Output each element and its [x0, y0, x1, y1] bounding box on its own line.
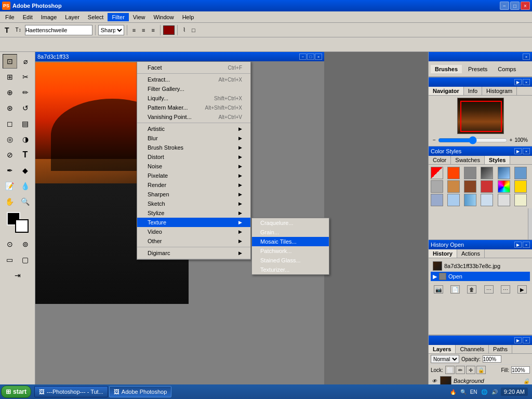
styles-scrollbar[interactable] — [528, 208, 532, 240]
navigator-options[interactable]: ▶ — [514, 79, 522, 85]
style-item[interactable] — [481, 180, 493, 193]
tab-info[interactable]: Info — [464, 87, 482, 95]
tool-select-rect[interactable]: ⊡ — [3, 54, 17, 69]
tool-mode-standard[interactable]: ⊙ — [3, 237, 17, 251]
search-icon[interactable]: 🔍 — [459, 388, 468, 396]
filter-sketch[interactable]: Sketch ▶ — [137, 199, 250, 208]
filter-distort[interactable]: Distort ▶ — [137, 152, 250, 162]
taskbar-item-photoshop-tut[interactable]: 🖼 ---Photoshop--- - Tut... — [34, 386, 108, 397]
tool-eraser[interactable]: ◻ — [3, 116, 17, 131]
tab-color[interactable]: Color — [429, 156, 451, 164]
jump-to-imageready[interactable]: ⇥ — [10, 268, 25, 283]
navigator-close[interactable]: × — [523, 79, 530, 85]
zoom-plus-icon[interactable]: + — [510, 137, 513, 143]
tab-brushes[interactable]: Brushes — [431, 65, 462, 73]
texture-mosaic-tiles[interactable]: Mosaic Tiles... — [252, 237, 329, 246]
tool-gradient[interactable]: ▤ — [18, 116, 33, 131]
history-btn-options[interactable]: ▶ — [517, 285, 527, 294]
tab-histogram[interactable]: Histogram — [482, 87, 517, 95]
style-item[interactable] — [447, 194, 460, 206]
style-item[interactable] — [464, 194, 476, 206]
style-item[interactable] — [447, 167, 460, 179]
history-btn-new[interactable]: 📄 — [450, 285, 460, 294]
texture-grain[interactable]: Grain... — [252, 228, 329, 237]
filter-liquify[interactable]: Liquify... Shift+Ctrl+X — [137, 94, 250, 103]
menu-image[interactable]: Image — [37, 13, 61, 21]
align-center-button[interactable]: ≡ — [139, 25, 148, 35]
filter-other[interactable]: Other ▶ — [137, 236, 250, 246]
tab-channels[interactable]: Channels — [456, 345, 488, 353]
network-icon[interactable]: 🌐 — [480, 388, 488, 396]
style-item[interactable] — [498, 167, 510, 179]
menu-filter[interactable]: Filter — [108, 13, 128, 21]
tool-stamp[interactable]: ⊛ — [3, 101, 17, 115]
volume-icon[interactable]: 🔊 — [490, 388, 499, 396]
tool-blur[interactable]: ◎ — [3, 132, 17, 147]
tool-shape[interactable]: ◆ — [18, 163, 33, 178]
tool-notes[interactable]: 📝 — [3, 179, 17, 193]
tab-paths[interactable]: Paths — [489, 345, 512, 353]
tab-actions[interactable]: Actions — [457, 249, 485, 258]
texture-patchwork[interactable]: Patchwork... — [252, 246, 329, 256]
tool-slice[interactable]: ✂ — [18, 70, 33, 84]
start-button[interactable]: ⊞ start — [1, 385, 31, 398]
history-btn-extra2[interactable]: ⋯ — [501, 285, 510, 294]
text-mode-button[interactable]: T↕ — [13, 25, 24, 34]
zoom-slider[interactable] — [438, 138, 508, 142]
style-item[interactable] — [481, 194, 493, 206]
style-item[interactable] — [447, 180, 460, 193]
tool-brush[interactable]: ✏ — [18, 85, 33, 100]
opacity-input[interactable] — [483, 355, 501, 363]
menu-layer[interactable]: Layer — [61, 13, 84, 21]
style-item[interactable] — [464, 167, 476, 179]
style-item[interactable] — [431, 194, 443, 206]
filter-digimarc[interactable]: Digimarc ▶ — [137, 248, 250, 258]
filter-artistic[interactable]: Artistic ▶ — [137, 124, 250, 134]
history-close[interactable]: × — [523, 242, 530, 248]
menu-view[interactable]: View — [129, 13, 150, 21]
layers-close[interactable]: × — [523, 337, 530, 343]
style-item[interactable] — [498, 194, 510, 206]
tool-mode-quick[interactable]: ⊚ — [18, 237, 33, 251]
options-button[interactable]: □ — [189, 25, 198, 35]
filter-gallery[interactable]: Filter Gallery... — [137, 84, 250, 94]
filter-pixelate[interactable]: Pixelate ▶ — [137, 171, 250, 180]
tool-eyedropper[interactable]: 💧 — [18, 179, 33, 193]
tab-layers[interactable]: Layers — [429, 345, 456, 353]
filter-texture[interactable]: Texture ▶ Craquelure... Grain... Mosaic … — [137, 218, 250, 227]
filter-video[interactable]: Video ▶ — [137, 227, 250, 236]
tool-path[interactable]: ⊘ — [3, 148, 17, 162]
style-item[interactable] — [514, 180, 527, 193]
tool-hand[interactable]: ✋ — [3, 194, 17, 209]
canvas-minimize[interactable]: − — [299, 54, 307, 60]
brushes-panel-close[interactable]: × — [523, 54, 530, 60]
style-item[interactable] — [481, 167, 493, 179]
lock-transparency[interactable]: ⬜ — [445, 366, 455, 374]
tool-crop[interactable]: ⊞ — [3, 70, 17, 84]
history-options[interactable]: ▶ — [514, 242, 522, 248]
minimize-button[interactable]: − — [500, 2, 509, 10]
tool-screen-mode[interactable]: ▭ — [3, 252, 17, 267]
menu-select[interactable]: Select — [84, 13, 108, 21]
lock-image[interactable]: ✏ — [456, 366, 465, 374]
tab-history[interactable]: History — [429, 249, 457, 258]
tool-pen[interactable]: ✒ — [3, 163, 17, 178]
tab-presets[interactable]: Presets — [464, 65, 491, 73]
filter-extract[interactable]: Extract... Alt+Ctrl+X — [137, 75, 250, 84]
styles-close[interactable]: × — [523, 148, 530, 154]
style-item[interactable] — [514, 194, 527, 206]
tool-fullscreen[interactable]: ▢ — [18, 252, 33, 267]
layer-visibility-eye[interactable]: 👁 — [431, 377, 438, 384]
canvas-close[interactable]: × — [315, 54, 322, 60]
filter-vanishing-point[interactable]: Vanishing Point... Alt+Ctrl+V — [137, 112, 250, 122]
tool-zoom[interactable]: 🔍 — [18, 194, 33, 209]
lock-position[interactable]: ✛ — [466, 366, 475, 374]
size-selector[interactable]: Sharp — [98, 25, 124, 35]
filter-stylize[interactable]: Stylize ▶ — [137, 208, 250, 218]
filter-sharpen[interactable]: Sharpen ▶ — [137, 190, 250, 199]
align-right-button[interactable]: ≡ — [149, 25, 157, 35]
zoom-minus-icon[interactable]: − — [433, 137, 436, 143]
tab-comps[interactable]: Comps — [494, 65, 520, 73]
filter-facet[interactable]: Facet Ctrl+F — [137, 63, 250, 72]
warp-text-button[interactable]: ⌇ — [180, 25, 188, 35]
